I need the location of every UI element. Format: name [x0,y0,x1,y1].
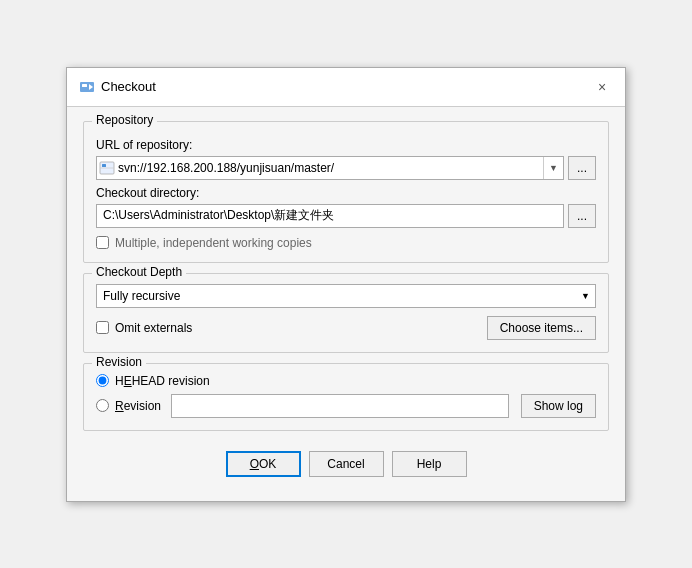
head-revision-label: HEHEAD revision [115,374,210,388]
depth-select-wrapper: Fully recursive Immediate children Only … [96,284,596,308]
omit-externals-checkbox[interactable] [96,321,109,334]
multiple-copies-checkbox[interactable] [96,236,109,249]
checkout-depth-group: Checkout Depth Fully recursive Immediate… [83,273,609,353]
omit-row: Omit externals Choose items... [96,316,596,340]
repository-group: Repository URL of repository: ▼ ... [83,121,609,263]
depth-select[interactable]: Fully recursive Immediate children Only … [96,284,596,308]
dialog-body: Repository URL of repository: ▼ ... [67,107,625,501]
url-browse-button[interactable]: ... [568,156,596,180]
svg-rect-4 [102,164,106,167]
dir-browse-button[interactable]: ... [568,204,596,228]
head-revision-row: HEHEAD revision [96,374,596,388]
checkout-dialog: Checkout × Repository URL of repository: [66,67,626,502]
url-repo-icon [99,160,115,176]
revision-number-input[interactable] [171,394,509,418]
checkout-depth-label: Checkout Depth [92,265,186,279]
dialog-footer: OOK Cancel Help [83,441,609,491]
revision-row: Revision Show log [96,394,596,418]
multiple-copies-row: Multiple, independent working copies [96,236,596,250]
url-input[interactable] [118,157,543,179]
revision-group-label: Revision [92,355,146,369]
url-dropdown-arrow[interactable]: ▼ [543,157,563,179]
help-button[interactable]: Help [392,451,467,477]
multiple-copies-label: Multiple, independent working copies [115,236,312,250]
dialog-title: Checkout [101,79,156,94]
svg-rect-1 [82,84,87,87]
omit-externals-label: Omit externals [115,321,192,335]
omit-left: Omit externals [96,321,192,335]
url-row: ▼ ... [96,156,596,180]
head-revision-radio[interactable] [96,374,109,387]
choose-items-button[interactable]: Choose items... [487,316,596,340]
dialog-icon [79,79,95,95]
dir-row: ... [96,204,596,228]
title-bar-left: Checkout [79,79,156,95]
dir-input[interactable] [96,204,564,228]
show-log-button[interactable]: Show log [521,394,596,418]
revision-group: Revision HEHEAD revision Revision Show l… [83,363,609,431]
url-combo[interactable]: ▼ [96,156,564,180]
title-bar: Checkout × [67,68,625,107]
cancel-button[interactable]: Cancel [309,451,384,477]
url-label: URL of repository: [96,138,596,152]
close-button[interactable]: × [591,76,613,98]
revision-radio-label: Revision [115,399,161,413]
revision-radio[interactable] [96,399,109,412]
dir-label: Checkout directory: [96,186,596,200]
repository-group-label: Repository [92,113,157,127]
ok-button[interactable]: OOK [226,451,301,477]
